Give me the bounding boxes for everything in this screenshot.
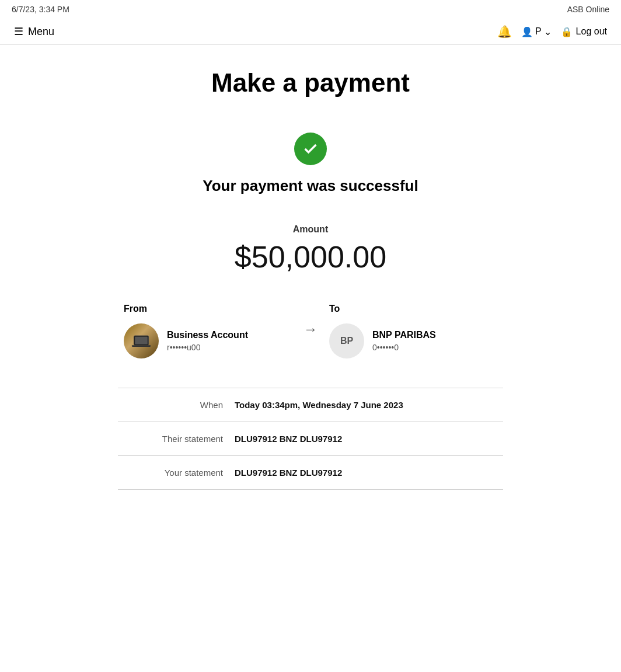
user-profile[interactable]: 👤 P ⌄: [521, 26, 552, 37]
details-row: WhenToday 03:34pm, Wednesday 7 June 2023: [118, 388, 503, 422]
page-title: Make a payment: [118, 68, 503, 98]
nav-bar: ☰ Menu 🔔 👤 P ⌄ 🔒 Log out: [0, 19, 621, 45]
amount-value: $50,000.00: [118, 239, 503, 274]
to-label: To: [329, 304, 497, 314]
app-name: ASB Online: [567, 5, 609, 14]
arrow-right-icon: →: [303, 321, 318, 337]
success-icon: [294, 133, 327, 165]
logout-label: Log out: [576, 26, 607, 37]
success-section: Your payment was successful: [118, 133, 503, 195]
user-initial: P: [535, 26, 542, 37]
details-key: When: [118, 400, 235, 410]
transfer-to: To BP BNP PARIBAS 0••••••0: [329, 304, 497, 358]
details-key: Their statement: [118, 434, 235, 444]
to-account-details: BNP PARIBAS 0••••••0: [372, 330, 436, 352]
from-account-info: Business Account r••••••u00: [124, 323, 292, 358]
bp-initials: BP: [340, 336, 353, 346]
details-value: DLU97912 BNZ DLU97912: [235, 468, 342, 478]
from-account-avatar: [124, 323, 159, 358]
checkmark-icon: [302, 141, 319, 157]
lock-icon: 🔒: [561, 26, 573, 37]
hamburger-icon: ☰: [14, 25, 23, 38]
from-account-name: Business Account: [167, 330, 248, 340]
logout-button[interactable]: 🔒 Log out: [561, 26, 607, 37]
details-row: Their statementDLU97912 BNZ DLU97912: [118, 422, 503, 456]
from-label: From: [124, 304, 292, 314]
svg-rect-2: [132, 345, 151, 347]
bell-icon[interactable]: 🔔: [497, 25, 512, 39]
details-row: Your statementDLU97912 BNZ DLU97912: [118, 456, 503, 490]
to-account-info: BP BNP PARIBAS 0••••••0: [329, 323, 497, 358]
to-account-avatar: BP: [329, 323, 364, 358]
menu-label: Menu: [28, 26, 54, 38]
from-account-details: Business Account r••••••u00: [167, 330, 248, 352]
from-account-number: r••••••u00: [167, 343, 248, 352]
main-content: Make a payment Your payment was successf…: [106, 45, 515, 513]
to-account-name: BNP PARIBAS: [372, 330, 436, 340]
details-key: Your statement: [118, 468, 235, 478]
svg-rect-1: [135, 337, 148, 344]
nav-right: 🔔 👤 P ⌄ 🔒 Log out: [497, 25, 607, 39]
success-text: Your payment was successful: [203, 177, 418, 195]
amount-section: Amount $50,000.00: [118, 224, 503, 274]
amount-label: Amount: [118, 224, 503, 235]
transfer-section: From Business Account r••••••u00 →: [118, 304, 503, 358]
to-account-number: 0••••••0: [372, 343, 436, 352]
menu-button[interactable]: ☰ Menu: [14, 25, 54, 38]
details-table: WhenToday 03:34pm, Wednesday 7 June 2023…: [118, 388, 503, 490]
datetime: 6/7/23, 3:34 PM: [12, 5, 69, 14]
status-bar: 6/7/23, 3:34 PM ASB Online: [0, 0, 621, 19]
details-value: Today 03:34pm, Wednesday 7 June 2023: [235, 400, 403, 410]
details-value: DLU97912 BNZ DLU97912: [235, 434, 342, 444]
laptop-icon: [131, 330, 152, 351]
transfer-from: From Business Account r••••••u00: [124, 304, 292, 358]
transfer-arrow: →: [292, 304, 329, 337]
user-icon: 👤: [521, 26, 533, 37]
chevron-down-icon: ⌄: [544, 26, 552, 37]
